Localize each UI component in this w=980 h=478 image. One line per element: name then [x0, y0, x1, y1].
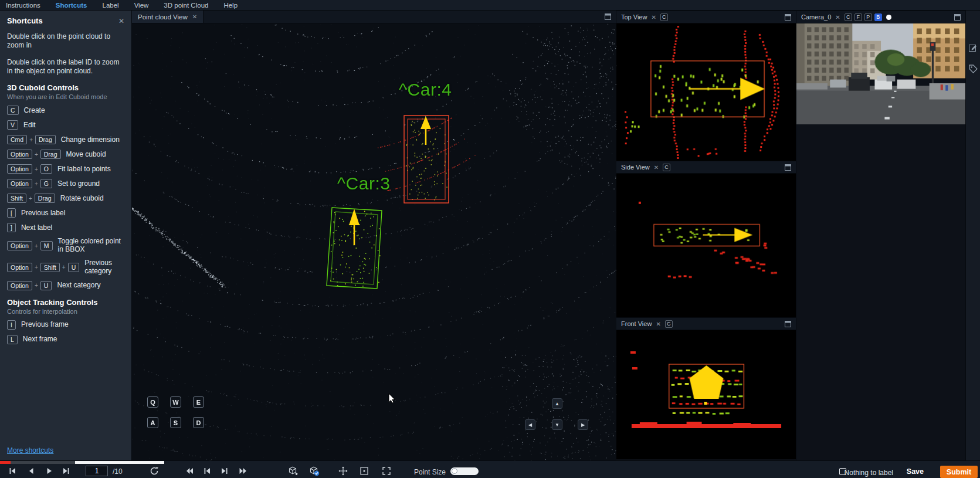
maximize-icon[interactable]: [785, 321, 791, 327]
close-icon[interactable]: ✕: [192, 13, 197, 20]
cuboid-add-button[interactable]: [287, 465, 300, 477]
point-size-slider[interactable]: [450, 467, 479, 475]
pan-up-button[interactable]: ▲: [552, 398, 562, 409]
shortcut-label: Next category: [57, 282, 100, 290]
key-q-button[interactable]: Q: [147, 396, 158, 408]
arrow-right-icon: ▶: [581, 422, 585, 428]
keycap: I: [7, 320, 16, 330]
keycap: U: [68, 263, 80, 272]
frame-total: /10: [113, 467, 123, 476]
fast-backward-button[interactable]: [183, 465, 196, 477]
maximize-icon[interactable]: [785, 14, 791, 21]
pan-down-button[interactable]: ▼: [552, 419, 562, 430]
fit-view-button[interactable]: [358, 465, 371, 477]
front-view-canvas[interactable]: [616, 330, 796, 459]
badge-c[interactable]: C: [665, 320, 673, 328]
keycap: Option: [7, 164, 32, 174]
playback-controls: 1 /10 Point Size Nothing to label Save S…: [0, 464, 980, 478]
maximize-icon[interactable]: [954, 14, 961, 21]
top-view-panel: Top View ✕ C: [616, 11, 796, 161]
side-view-header: Side View ✕ C: [616, 161, 796, 174]
side-view-title: Side View: [621, 164, 650, 171]
next-frame-button[interactable]: [218, 465, 231, 477]
shortcuts-body: Double click on the point cloud to zoom …: [7, 32, 124, 344]
close-icon[interactable]: ✕: [835, 14, 840, 21]
key-e-button[interactable]: E: [193, 396, 204, 408]
side-view-badges: C: [663, 164, 670, 171]
plus-separator: +: [29, 195, 32, 202]
move-tool-button[interactable]: [337, 465, 350, 477]
fullscreen-button[interactable]: [380, 465, 393, 477]
camera-move-keys: QWEASD: [147, 396, 204, 428]
menu-item-label[interactable]: Label: [102, 2, 118, 9]
menubar: InstructionsShortcutsLabelView3D point C…: [0, 0, 980, 11]
top-view-canvas[interactable]: [616, 23, 796, 161]
fast-forward-button[interactable]: [236, 465, 249, 477]
step-backward-button[interactable]: [25, 465, 38, 477]
maximize-icon[interactable]: [785, 164, 791, 171]
maximize-icon[interactable]: [605, 13, 611, 20]
close-icon[interactable]: ✕: [118, 17, 124, 25]
badge-c[interactable]: C: [660, 13, 668, 21]
badge-c[interactable]: C: [845, 13, 852, 21]
frame-input[interactable]: 1: [86, 466, 108, 476]
pan-right-button[interactable]: ▶: [578, 419, 588, 430]
color-dot-icon[interactable]: [886, 15, 891, 20]
menu-item-instructions[interactable]: Instructions: [6, 2, 40, 9]
badge-c[interactable]: C: [663, 164, 670, 171]
key-s-button[interactable]: S: [170, 417, 181, 428]
close-icon[interactable]: ✕: [654, 164, 659, 171]
menu-item-shortcuts[interactable]: Shortcuts: [56, 2, 87, 9]
tab-point-cloud-view[interactable]: Point cloud View ✕: [132, 11, 204, 23]
submit-button[interactable]: Submit: [940, 466, 978, 478]
shortcut-label: Change dimension: [61, 136, 120, 144]
pan-left-button[interactable]: ◀: [525, 419, 535, 430]
badge-b[interactable]: B: [874, 13, 882, 21]
menu-item-help[interactable]: Help: [223, 2, 238, 9]
shortcut-label: Next label: [21, 224, 52, 232]
previous-frame-button[interactable]: [201, 465, 213, 477]
label-car-4[interactable]: ^Car:4: [399, 80, 452, 100]
tip-text: Double click on the point cloud to zoom …: [7, 32, 124, 50]
front-view-badges: C: [665, 320, 673, 328]
badge-f[interactable]: F: [854, 13, 862, 21]
keycap: Option: [7, 150, 32, 159]
key-a-button[interactable]: A: [147, 417, 158, 428]
badge-p[interactable]: P: [864, 13, 872, 21]
point-size-knob[interactable]: [452, 468, 457, 474]
shortcut-label: Previous frame: [21, 321, 69, 329]
camera-panel: Camera_0 ✕ CFPB: [796, 11, 965, 124]
close-icon[interactable]: ✕: [651, 14, 656, 21]
camera-header: Camera_0 ✕ CFPB: [796, 11, 965, 23]
point-cloud-canvas[interactable]: [132, 23, 616, 460]
key-w-button[interactable]: W: [170, 396, 181, 408]
refresh-button[interactable]: [148, 465, 161, 477]
tag-icon[interactable]: [968, 64, 978, 73]
camera-column: Camera_0 ✕ CFPB: [796, 11, 965, 460]
more-shortcuts-link[interactable]: More shortcuts: [7, 446, 53, 455]
play-button[interactable]: [42, 465, 55, 477]
keycap: Cmd: [7, 135, 27, 144]
shortcut-row: Cmd+DragChange dimension: [7, 135, 124, 144]
keycap: V: [7, 120, 18, 130]
skip-to-start-button[interactable]: [6, 465, 19, 477]
camera-image[interactable]: [796, 23, 965, 124]
keycap: [: [7, 208, 16, 218]
side-view-canvas[interactable]: [616, 174, 796, 317]
label-car-3[interactable]: ^Car:3: [337, 174, 390, 194]
menu-item-view[interactable]: View: [134, 2, 149, 9]
menu-item-3d-point-cloud[interactable]: 3D point Cloud: [164, 2, 208, 9]
edit-icon[interactable]: [968, 43, 978, 52]
skip-to-end-button[interactable]: [60, 465, 73, 477]
shortcut-label: Previous category: [84, 259, 124, 276]
close-icon[interactable]: ✕: [656, 321, 660, 327]
shortcuts-title: Shortcuts: [7, 16, 43, 25]
cuboid-check-button[interactable]: [308, 465, 321, 477]
shortcut-label: Move cuboid: [66, 151, 106, 159]
save-button[interactable]: Save: [902, 466, 928, 477]
plus-separator: +: [35, 282, 38, 289]
nothing-to-label-label: Nothing to label: [845, 469, 893, 477]
shortcut-row: [Previous label: [7, 208, 124, 218]
tab-label: Point cloud View: [138, 13, 188, 21]
key-d-button[interactable]: D: [193, 417, 204, 428]
